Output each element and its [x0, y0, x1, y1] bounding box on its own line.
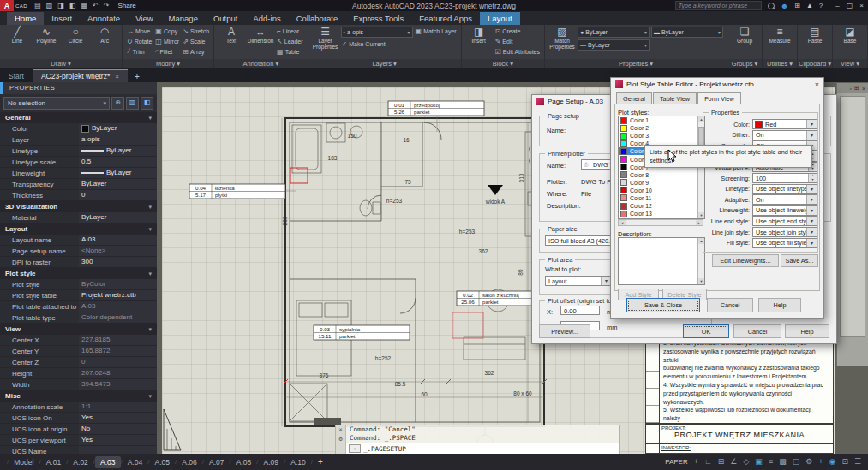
command-options-icon[interactable]: ▾ [349, 444, 361, 453]
plot-icon[interactable]: ▦ [81, 0, 87, 11]
toggle-pickadd-icon[interactable]: ⊕ [111, 97, 124, 110]
ribbon-combo-a-opis[interactable]: ▫a-opis▾ [341, 27, 413, 38]
panel-label-utilities[interactable]: Utilities ▾ [763, 59, 797, 68]
ribbon-button-arc[interactable]: ◠Arc [90, 26, 119, 57]
property-value-material[interactable]: ByLayer [79, 212, 157, 223]
property-value-center-y[interactable]: 165.8872 [79, 346, 157, 356]
ribbon-button-make-current[interactable]: ✓Make Current [340, 39, 414, 49]
style-item-color-9[interactable]: Color 9 [619, 179, 704, 187]
layout-tab-model[interactable]: Model [9, 456, 39, 468]
panel-label-modify[interactable]: Modify ▾ [123, 59, 213, 68]
tab-table-view[interactable]: Table View [653, 92, 697, 104]
ribbon-button-mirror[interactable]: ◫Mirror [153, 36, 181, 46]
section-header-layout[interactable]: Layout▾ [0, 223, 157, 235]
clean-screen-icon[interactable]: ⊡ [841, 454, 848, 470]
ribbon-button-create[interactable]: ⊡Create [494, 26, 542, 36]
palette-minimize-icon[interactable]: ▫ [850, 86, 852, 92]
panel-label-block[interactable]: Block ▾ [462, 59, 544, 68]
palette-dock-icon[interactable]: ⊞ [854, 85, 859, 92]
cancel-button[interactable]: Cancel [707, 298, 753, 312]
property-value-layout-name[interactable]: A.03 [79, 235, 157, 245]
search-input[interactable]: Type a keyword or phrase [675, 1, 762, 10]
property-value-ucs-name[interactable] [79, 446, 157, 454]
properties-palette-title[interactable]: PROPERTIES [0, 82, 157, 94]
property-value-center-z[interactable]: 0 [79, 357, 157, 367]
ribbon-combo-bylayer[interactable]: —ByLayer▾ [578, 39, 650, 51]
command-line-window[interactable]: × ⚙ Command: "Cancel"Command: _.PSPACE ▾… [335, 425, 620, 454]
select-objects-icon[interactable]: ▥ [126, 97, 139, 110]
save-icon[interactable]: ◨ [57, 0, 64, 11]
ribbon-button-dimension[interactable]: ↔Dimension [246, 26, 275, 57]
layout-tab-a-09[interactable]: A.09 [259, 456, 284, 468]
ribbon-tab-add-ins[interactable]: Add-ins [245, 12, 288, 25]
property-value-center-x[interactable]: 227.8185 [79, 335, 157, 345]
plot-editor-title-bar[interactable]: Plot Style Table Editor - Projekt wnetrz… [611, 78, 823, 91]
property-value-dpi-to-raster[interactable]: 300 [79, 257, 157, 267]
field-control-line-join-style[interactable]: Use object join style▾ [752, 227, 817, 237]
command-close-icon[interactable]: × [338, 426, 342, 433]
property-value-plot-table-type[interactable]: Color dependent [79, 312, 157, 323]
layout-tab-a-01[interactable]: A.01 [41, 456, 67, 468]
ribbon-tab-insert[interactable]: Insert [44, 12, 80, 25]
property-value-plot-style-table[interactable]: Projekt wnetrz.ctb [79, 290, 157, 300]
add-layout-button[interactable]: + [313, 457, 328, 467]
ribbon-button-table[interactable]: ▦Table [275, 46, 305, 57]
ribbon-button-leader[interactable]: ↖Leader [275, 36, 305, 46]
ribbon-button-insert[interactable]: ◨Insert [464, 26, 494, 57]
property-value-width[interactable]: 394.5473 [79, 379, 157, 390]
close-icon[interactable]: × [815, 80, 819, 89]
property-value-ucs-icon-on[interactable]: Yes [79, 413, 157, 423]
user-icon[interactable]: ☻ [781, 2, 788, 10]
ribbon-combo-bylayer[interactable]: ▬ByLayer▾ [651, 27, 723, 38]
ribbon-tab-manage[interactable]: Manage [161, 12, 206, 25]
property-value-lineweight[interactable]: ByLayer [79, 168, 157, 178]
lineweight-icon[interactable]: ≡ [769, 454, 773, 470]
autocad-logo-icon[interactable]: A [0, 0, 14, 11]
style-item-color-13[interactable]: Color 13 [619, 210, 704, 217]
style-item-color-11[interactable]: Color 11 [619, 194, 704, 202]
tab-general[interactable]: General [616, 92, 652, 104]
panel-label-draw[interactable]: Draw ▾ [0, 59, 122, 68]
section-header-general[interactable]: General▾ [0, 112, 157, 123]
grid-icon[interactable]: ⊞ [718, 454, 725, 470]
command-customize-icon[interactable]: ⚙ [338, 436, 342, 443]
command-input[interactable]: ▾ _.PAGESETUP [346, 443, 619, 454]
tool-palette[interactable]: ▫ ⊞ × [836, 83, 868, 366]
snap-icon[interactable]: ∟ [704, 454, 712, 470]
ribbon-button-polyline[interactable]: ∿Polyline [32, 26, 61, 57]
field-control-line-end-style[interactable]: Use object end style▾ [752, 216, 817, 226]
ribbon-button-edit[interactable]: ✎Edit [494, 36, 542, 46]
layout-tab-a-07[interactable]: A.07 [204, 456, 230, 468]
property-value-linetype[interactable]: ByLayer [79, 146, 157, 156]
ribbon-button-text[interactable]: AText [217, 26, 246, 57]
ribbon-tab-express-tools[interactable]: Express Tools [345, 12, 411, 25]
property-value-layer[interactable]: a-opis [79, 134, 157, 145]
layout-tab-a-04[interactable]: A.04 [123, 456, 148, 468]
property-value-ucs-per-viewport[interactable]: Yes [79, 435, 157, 445]
search-icon[interactable] [768, 3, 775, 9]
layout-tab-a-10[interactable]: A.10 [285, 456, 311, 468]
autodesk-account-icon[interactable]: ▲ [806, 2, 813, 10]
save-as-button[interactable]: Save As... [781, 254, 818, 267]
undo-icon[interactable]: ↶ [93, 0, 99, 11]
layout-tab-a-03[interactable]: A.03 [95, 456, 121, 468]
ribbon-tab-annotate[interactable]: Annotate [80, 12, 128, 25]
style-item-color-10[interactable]: Color 10 [619, 187, 704, 194]
quick-select-icon[interactable]: ◧ [141, 97, 153, 110]
ribbon-tab-collaborate[interactable]: Collaborate [289, 12, 346, 25]
ok-button[interactable]: OK [683, 324, 729, 338]
style-item-color-2[interactable]: Color 2 [619, 124, 704, 132]
ribbon-button-layer-properties[interactable]: ☰Layer Properties [311, 26, 340, 57]
property-value-transparency[interactable]: ByLayer [79, 179, 157, 189]
model-paper-toggle-icon[interactable]: + [694, 454, 698, 470]
layout-tab-a-05[interactable]: A.05 [150, 456, 176, 468]
ribbon-button-scale[interactable]: ⇗Scale [181, 36, 211, 46]
ribbon-button-line[interactable]: ╱Line [3, 26, 32, 57]
ribbon-tab-layout[interactable]: Layout [480, 12, 520, 25]
ribbon-tab-output[interactable]: Output [206, 12, 246, 25]
style-item-color-12[interactable]: Color 12 [619, 202, 704, 210]
description-textarea[interactable]: ▲▼ [618, 237, 705, 285]
edit-lineweights-button[interactable]: Edit Lineweights... [712, 254, 779, 267]
panel-label-properties[interactable]: Properties ▾ [545, 59, 727, 68]
selection-cycling-icon[interactable]: ▢ [793, 454, 800, 470]
